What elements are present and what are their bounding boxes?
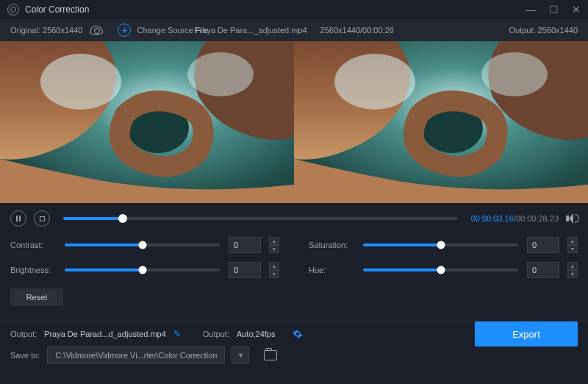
close-button[interactable]: ✕ <box>572 4 581 15</box>
source-file-meta: 2560x1440/00:00:28 <box>320 26 394 35</box>
hue-value[interactable]: 0 <box>527 262 559 278</box>
svg-point-7 <box>481 52 548 96</box>
save-path-field[interactable]: C:\Vidmore\Vidmore Vi...rter\Color Corre… <box>47 346 225 364</box>
contrast-value[interactable]: 0 <box>229 237 261 253</box>
hue-stepper[interactable]: ▲▼ <box>567 262 578 278</box>
brightness-slider[interactable] <box>65 269 220 271</box>
stop-button[interactable] <box>34 210 50 227</box>
output-resolution-label: Output: 2560x1440 <box>509 26 578 35</box>
top-toolbar: Original: 2560x1440 + Change Source File… <box>0 19 588 41</box>
preview-panes <box>0 41 588 203</box>
contrast-slider[interactable] <box>65 243 220 246</box>
source-file-name: Praya De Para..._adjusted.mp4 <box>194 26 306 35</box>
current-time: 00:00:03.16 <box>471 214 514 223</box>
contrast-label: Contrast: <box>10 241 56 249</box>
timeline-slider[interactable] <box>63 217 458 220</box>
minimize-button[interactable]: — <box>526 4 536 15</box>
timeline-thumb[interactable] <box>118 214 127 223</box>
save-path-dropdown[interactable]: ▼ <box>232 346 249 364</box>
saturation-stepper[interactable]: ▲▼ <box>567 237 578 253</box>
output-file-name: Praya De Parad...d_adjusted.mp4 <box>44 330 166 338</box>
edit-output-name-icon[interactable]: ✎ <box>173 329 181 339</box>
export-button[interactable]: Export <box>475 321 578 346</box>
timeline-fill <box>63 217 123 220</box>
time-display: 00:00:03.16/00:00:28.23 <box>471 214 559 223</box>
hue-label: Hue: <box>309 266 354 274</box>
total-time: /00:00:28.23 <box>514 214 559 223</box>
save-to-label: Save to: <box>10 351 40 360</box>
brightness-stepper[interactable]: ▲▼ <box>269 262 279 278</box>
volume-icon[interactable] <box>566 213 578 224</box>
preview-original <box>0 41 294 203</box>
hue-slider[interactable] <box>363 269 518 271</box>
reset-button[interactable]: Reset <box>10 288 63 306</box>
maximize-button[interactable]: ☐ <box>549 4 559 15</box>
saturation-value[interactable]: 0 <box>527 237 559 253</box>
preview-toggle-icon[interactable] <box>90 26 103 35</box>
brightness-value[interactable]: 0 <box>229 262 261 278</box>
saturation-label: Saturation: <box>309 241 354 249</box>
svg-point-6 <box>334 54 415 110</box>
title-bar: Color Correction — ☐ ✕ <box>0 0 588 19</box>
svg-point-3 <box>187 52 254 96</box>
window-title: Color Correction <box>25 4 89 15</box>
pause-button[interactable] <box>10 210 26 227</box>
settings-icon[interactable] <box>293 329 303 339</box>
output-file-label: Output: <box>10 330 37 338</box>
output-format-label: Output: <box>203 330 229 338</box>
browse-folder-icon[interactable] <box>264 350 277 360</box>
app-logo-icon <box>7 4 19 15</box>
svg-point-2 <box>40 54 121 110</box>
output-format-value: Auto;24fps <box>237 330 276 338</box>
contrast-stepper[interactable]: ▲▼ <box>269 237 279 253</box>
preview-adjusted <box>294 41 588 203</box>
brightness-label: Brightness: <box>10 266 56 274</box>
original-resolution-label: Original: 2560x1440 <box>10 26 82 35</box>
saturation-slider[interactable] <box>363 243 518 246</box>
add-source-icon[interactable]: + <box>118 24 131 37</box>
